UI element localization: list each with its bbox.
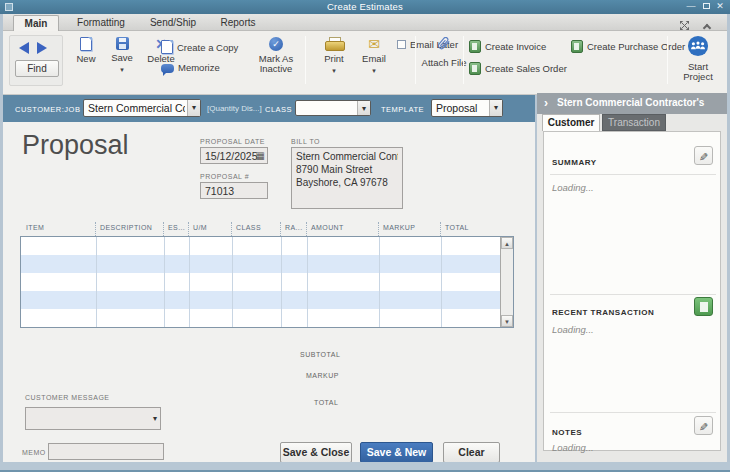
customer-job-dropdown[interactable]: Stern Commercial Contractor's (83, 99, 201, 117)
find-button[interactable]: Find (15, 60, 59, 77)
print-icon (325, 37, 343, 51)
minimize-button[interactable]: — (684, 0, 698, 13)
save-floppy-icon (116, 37, 129, 50)
ribbon-separator (463, 36, 464, 84)
template-dropdown-arrow-icon[interactable] (489, 100, 502, 116)
proposal-number-field[interactable]: 71013 (200, 182, 268, 199)
tab-formatting[interactable]: Formatting (65, 15, 137, 31)
table-row[interactable] (21, 291, 501, 309)
print-button[interactable]: Print (315, 37, 353, 75)
items-table-body[interactable] (20, 236, 514, 328)
save-close-button[interactable]: Save & Close (280, 442, 352, 463)
window-bottom-edge (0, 462, 730, 472)
customer-message-dropdown[interactable]: ▾ (25, 407, 161, 430)
print-label: Print (315, 54, 353, 64)
email-envelope-icon (368, 37, 380, 51)
customer-job-value: Stern Commercial Contractor's (88, 102, 185, 114)
bill-to-box[interactable]: Stern Commercial Contractor's 8790 Main … (291, 147, 403, 209)
panel-collapse-chevron-icon[interactable] (544, 96, 548, 110)
ribbon-toolbar: Find New Save Delete Create a Copy Memor… (3, 31, 727, 95)
edit-notes-pencil-icon[interactable] (694, 416, 713, 435)
collapse-ribbon-icon[interactable] (701, 17, 715, 29)
start-project-label: Start Project (675, 62, 721, 82)
table-row[interactable] (21, 273, 501, 291)
memorize-button[interactable]: Memorize (161, 62, 220, 73)
scroll-up-icon[interactable] (501, 237, 513, 249)
customer-message-label: CUSTOMER MESSAGE (25, 394, 110, 401)
ribbon-separator (305, 36, 306, 84)
total-label: TOTAL (314, 399, 338, 406)
divider (550, 294, 716, 295)
email-later-checkbox[interactable] (397, 40, 406, 49)
bill-to-line3: Bayshore, CA 97678 (296, 176, 398, 189)
table-row[interactable] (21, 255, 501, 273)
recent-transaction-report-icon[interactable] (694, 297, 713, 316)
expand-window-icon[interactable] (679, 17, 693, 29)
mark-inactive-check-icon (269, 37, 283, 51)
create-invoice-button[interactable]: Create Invoice (469, 40, 546, 53)
start-project-people-icon (687, 35, 709, 57)
new-document-icon (80, 37, 92, 51)
start-project-button[interactable]: Start Project (675, 35, 721, 82)
create-copy-button[interactable]: Create a Copy (161, 40, 238, 54)
class-dropdown[interactable] (295, 100, 371, 116)
save-dropdown-caret[interactable] (120, 67, 124, 73)
tab-send-ship[interactable]: Send/Ship (141, 15, 205, 31)
class-dropdown-arrow-icon[interactable] (357, 101, 370, 115)
panel-tab-transaction[interactable]: Transaction (602, 114, 666, 131)
table-row[interactable] (21, 237, 501, 255)
quantity-discount-hint: [Quantity Dis...] (207, 104, 262, 113)
attach-file-button[interactable]: Attach File (421, 37, 467, 68)
copy-document-icon (161, 40, 173, 54)
maximize-button[interactable] (699, 0, 713, 13)
bill-to-line1: Stern Commercial Contractor's (296, 150, 398, 163)
panel-header[interactable]: Stern Commercial Contractor's (537, 93, 727, 114)
close-button[interactable]: ✕ (713, 0, 727, 13)
create-invoice-label: Create Invoice (485, 41, 546, 52)
summary-section-label: SUMMARY (552, 158, 597, 167)
mark-inactive-button[interactable]: Mark As Inactive (251, 37, 301, 74)
create-copy-label: Create a Copy (177, 42, 238, 53)
proposal-date-value: 15/12/2025 (205, 150, 258, 162)
email-label: Email (355, 54, 393, 64)
proposal-date-field[interactable]: 15/12/2025 (200, 147, 268, 164)
column-header-uom: U/M (188, 222, 231, 236)
find-group: Find (9, 35, 63, 86)
create-purchase-order-button[interactable]: Create Purchase Order (571, 40, 685, 53)
table-scrollbar[interactable] (500, 237, 513, 327)
print-dropdown-caret[interactable] (332, 68, 336, 74)
create-estimates-window: Create Estimates — ✕ Main Formatting Sen… (0, 0, 730, 472)
memorize-label: Memorize (178, 62, 220, 73)
bill-to-label: BILL TO (291, 138, 320, 145)
scroll-down-icon[interactable] (501, 315, 513, 327)
clear-button[interactable]: Clear (443, 442, 500, 463)
tab-main[interactable]: Main (13, 15, 59, 31)
table-row[interactable] (21, 309, 501, 327)
save-label: Save (105, 53, 139, 63)
proposal-date-label: PROPOSAL DATE (200, 138, 265, 145)
memorize-bubble-icon (161, 64, 174, 73)
new-label: New (69, 54, 103, 64)
panel-tab-customer[interactable]: Customer (542, 114, 600, 131)
new-button[interactable]: New (69, 37, 103, 64)
column-header-item: ITEM (20, 222, 95, 236)
calendar-icon[interactable] (256, 149, 265, 161)
recent-transaction-section-label: RECENT TRANSACTION (552, 308, 654, 317)
back-arrow-icon[interactable] (19, 42, 29, 54)
notes-loading-text: Loading... (552, 442, 594, 453)
column-header-total: TOTAL (440, 222, 501, 236)
forward-arrow-icon[interactable] (37, 42, 47, 54)
edit-summary-pencil-icon[interactable] (694, 146, 713, 165)
template-dropdown[interactable]: Proposal (431, 99, 503, 117)
save-new-button[interactable]: Save & New (360, 442, 433, 463)
panel-customer-name: Stern Commercial Contractor's (557, 97, 723, 108)
email-dropdown-caret[interactable] (372, 68, 376, 74)
create-sales-order-button[interactable]: Create Sales Order (469, 62, 567, 75)
template-value: Proposal (436, 102, 487, 114)
save-button[interactable]: Save (105, 37, 139, 74)
tab-reports[interactable]: Reports (209, 15, 267, 31)
customer-dropdown-arrow-icon[interactable] (187, 100, 200, 116)
memo-input[interactable] (48, 443, 164, 460)
email-button[interactable]: Email (355, 37, 393, 75)
customer-message-arrow-icon[interactable]: ▾ (153, 414, 157, 423)
